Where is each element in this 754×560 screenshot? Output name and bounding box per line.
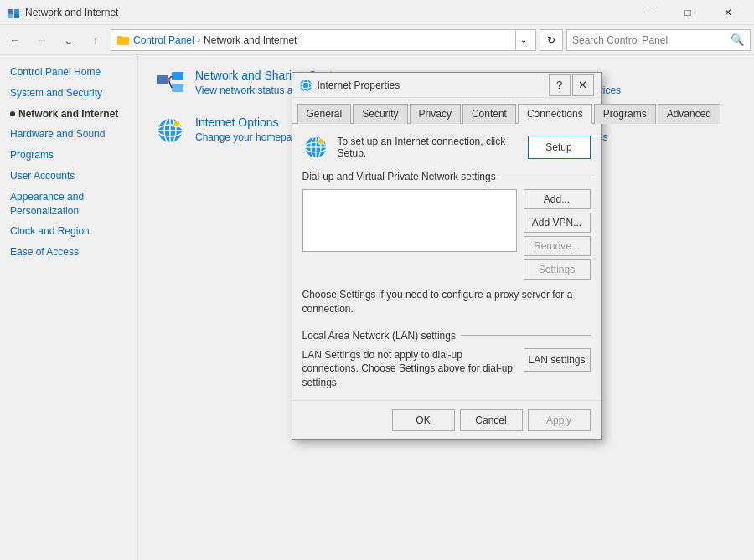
tab-connections[interactable]: Connections — [518, 104, 592, 124]
maximize-button[interactable]: □ — [669, 0, 707, 25]
window-icon — [7, 6, 20, 19]
search-button[interactable]: 🔍 — [731, 33, 745, 46]
dialog-close-button[interactable]: ✕ — [572, 74, 594, 96]
svg-rect-1 — [14, 9, 19, 14]
sidebar-item-user-accounts[interactable]: User Accounts — [0, 166, 137, 187]
svg-point-28 — [318, 139, 323, 145]
sidebar-item-hardware-sound[interactable]: Hardware and Sound — [0, 124, 137, 145]
settings-button[interactable]: Settings — [524, 259, 591, 280]
active-indicator — [10, 111, 15, 116]
minimize-button[interactable]: ─ — [628, 0, 667, 25]
vpn-area: Add... Add VPN... Remove... Settings — [302, 189, 591, 280]
globe-icon — [302, 134, 329, 161]
svg-rect-5 — [117, 36, 122, 39]
dialog-title: Internet Properties — [318, 80, 400, 91]
breadcrumb-control-panel[interactable]: Control Panel — [133, 34, 194, 46]
dialog-content: To set up an Internet connection, click … — [292, 123, 601, 400]
sidebar-item-network-internet[interactable]: Network and Internet — [0, 104, 137, 125]
add-vpn-button[interactable]: Add VPN... — [524, 213, 591, 233]
dialog-help-button[interactable]: ? — [549, 74, 571, 96]
lan-row: LAN Settings do not apply to dial-up con… — [302, 348, 591, 390]
vpn-section-header: Dial-up and Virtual Private Network sett… — [302, 171, 591, 182]
dialog-icon — [299, 79, 312, 92]
lan-settings-button[interactable]: LAN settings — [524, 348, 591, 372]
search-bar: 🔍 — [566, 29, 751, 51]
sidebar: Control Panel Home System and Security N… — [0, 55, 138, 560]
sidebar-item-system-security[interactable]: System and Security — [0, 83, 137, 104]
tab-advanced[interactable]: Advanced — [658, 104, 720, 124]
tab-privacy[interactable]: Privacy — [410, 104, 461, 124]
folder-icon — [116, 33, 130, 47]
sidebar-item-control-panel-home[interactable]: Control Panel Home — [0, 62, 137, 83]
ok-button[interactable]: OK — [392, 409, 455, 431]
setup-text: To set up an Internet connection, click … — [338, 136, 519, 159]
main-layout: Control Panel Home System and Security N… — [0, 55, 754, 560]
dialog-overlay: Internet Properties ? ✕ General Security… — [138, 55, 754, 560]
remove-button[interactable]: Remove... — [524, 236, 591, 256]
dialog-title-bar: Internet Properties ? ✕ — [292, 73, 601, 98]
window-title: Network and Internet — [25, 7, 118, 18]
sidebar-item-ease-access[interactable]: Ease of Access — [0, 242, 137, 263]
tab-content[interactable]: Content — [462, 104, 516, 124]
up-button[interactable]: ↑ — [84, 28, 107, 52]
proxy-text: Choose Settings if you need to configure… — [302, 288, 591, 316]
dialog-footer: OK Cancel Apply — [292, 400, 601, 439]
tab-security[interactable]: Security — [353, 104, 407, 124]
apply-button[interactable]: Apply — [528, 409, 591, 431]
title-bar: Network and Internet ─ □ ✕ — [0, 0, 754, 25]
content-area: Network and Sharing Center View network … — [138, 55, 754, 560]
svg-rect-3 — [14, 14, 19, 18]
refresh-button[interactable]: ↻ — [540, 29, 563, 51]
vpn-list[interactable] — [302, 189, 517, 252]
sidebar-item-clock-region[interactable]: Clock and Region — [0, 221, 137, 242]
tab-bar: General Security Privacy Content Connect… — [292, 98, 601, 123]
lan-section: Local Area Network (LAN) settings LAN Se… — [302, 330, 591, 390]
search-input[interactable] — [572, 34, 731, 46]
lan-text: LAN Settings do not apply to dial-up con… — [302, 348, 515, 390]
forward-button[interactable]: → — [30, 28, 54, 52]
setup-row: To set up an Internet connection, click … — [302, 134, 591, 161]
svg-rect-0 — [8, 9, 13, 14]
address-bar: ← → ⌄ ↑ Control Panel › Network and Inte… — [0, 25, 754, 55]
sidebar-item-programs[interactable]: Programs — [0, 145, 137, 166]
breadcrumb-dropdown-button[interactable]: ⌄ — [515, 29, 530, 51]
tab-programs[interactable]: Programs — [594, 104, 656, 124]
add-button[interactable]: Add... — [524, 189, 591, 209]
svg-point-19 — [300, 80, 312, 91]
back-button[interactable]: ← — [3, 28, 27, 52]
window-controls: ─ □ ✕ — [628, 0, 747, 25]
tab-general[interactable]: General — [297, 104, 352, 124]
internet-properties-dialog: Internet Properties ? ✕ General Security… — [292, 72, 602, 440]
lan-section-header: Local Area Network (LAN) settings — [302, 330, 591, 342]
vpn-buttons: Add... Add VPN... Remove... Settings — [524, 189, 591, 280]
breadcrumb: Control Panel › Network and Internet ⌄ — [111, 29, 536, 51]
svg-rect-2 — [8, 14, 13, 18]
close-button[interactable]: ✕ — [709, 0, 747, 25]
recent-button[interactable]: ⌄ — [57, 28, 80, 52]
cancel-button[interactable]: Cancel — [460, 409, 523, 431]
breadcrumb-current: Network and Internet — [204, 34, 297, 46]
sidebar-item-appearance[interactable]: Appearance and Personalization — [0, 187, 137, 222]
setup-button[interactable]: Setup — [528, 136, 591, 159]
